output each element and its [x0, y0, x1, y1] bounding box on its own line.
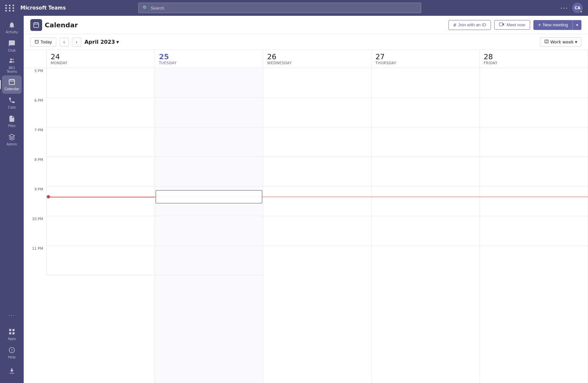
view-selector[interactable]: Work week ▾ — [540, 37, 581, 47]
admin-icon — [8, 134, 15, 142]
search-bar[interactable]: 🔍 — [138, 3, 421, 13]
view-icon — [544, 39, 549, 45]
hour-cell[interactable] — [371, 246, 479, 275]
new-meeting-button[interactable]: + New meeting — [533, 20, 573, 30]
hour-cell[interactable] — [263, 98, 371, 127]
day-label-thursday: 27 Thursday — [371, 50, 480, 68]
svg-rect-9 — [13, 332, 14, 334]
hour-cell[interactable] — [47, 98, 155, 127]
svg-rect-7 — [13, 329, 14, 331]
calendar-grid-container[interactable]: 24 Monday 25 Tuesday 26 Wednesday 27 Thu… — [24, 50, 588, 383]
new-event-box[interactable] — [156, 190, 262, 203]
hour-cell[interactable] — [371, 68, 479, 98]
hour-cell[interactable] — [480, 157, 588, 187]
sidebar-item-calls[interactable]: Calls — [2, 94, 22, 112]
calendar-grid: 24 Monday 25 Tuesday 26 Wednesday 27 Thu… — [24, 50, 588, 383]
today-button[interactable]: Today — [30, 38, 56, 47]
sidebar-item-apps[interactable]: Apps — [2, 325, 22, 344]
month-selector[interactable]: April 2023 ▾ — [85, 39, 119, 45]
sidebar-item-calendar[interactable]: Calendar — [2, 75, 22, 94]
day-label-tuesday: 25 Tuesday — [155, 50, 263, 68]
prev-button[interactable]: ‹ — [60, 38, 69, 47]
search-icon: 🔍 — [142, 5, 148, 11]
hour-cell[interactable] — [480, 98, 588, 127]
sidebar-item-files[interactable]: Files — [2, 112, 22, 131]
sidebar-item-activity[interactable]: Activity — [2, 18, 22, 37]
hour-cell[interactable] — [263, 68, 371, 98]
sidebar: Activity Chat 883 Teams — [0, 16, 24, 383]
day-column-monday[interactable] — [47, 68, 155, 383]
calendar-header-right: # Join with an ID Meet now + Ne — [448, 20, 581, 30]
layout: Activity Chat 883 Teams — [0, 0, 588, 383]
hour-cell[interactable] — [155, 216, 263, 246]
main-content: Calendar # Join with an ID Meet now — [24, 16, 588, 383]
day-column-tuesday[interactable] — [155, 68, 263, 383]
sidebar-item-teams[interactable]: 883 Teams — [2, 55, 22, 75]
hour-cell[interactable] — [371, 98, 479, 127]
avatar[interactable]: CA — [572, 3, 583, 13]
sidebar-item-admin[interactable]: Admin — [2, 131, 22, 149]
hour-cell[interactable] — [480, 216, 588, 246]
hour-cell[interactable] — [155, 157, 263, 187]
day-number: 27 — [375, 53, 479, 61]
search-input[interactable] — [151, 6, 417, 11]
next-button[interactable]: › — [72, 38, 81, 47]
hour-cell[interactable] — [371, 216, 479, 246]
join-with-id-label: Join with an ID — [458, 22, 486, 27]
hour-cell[interactable] — [480, 187, 588, 216]
hour-cell[interactable] — [371, 127, 479, 157]
hour-cell[interactable] — [155, 127, 263, 157]
hour-cell[interactable] — [263, 187, 371, 216]
month-dropdown-icon: ▾ — [116, 39, 119, 45]
hour-cell[interactable] — [155, 68, 263, 98]
day-column-wednesday[interactable] — [263, 68, 371, 383]
hour-cell[interactable] — [263, 246, 371, 275]
svg-rect-2 — [9, 80, 15, 85]
hour-cell[interactable] — [480, 127, 588, 157]
topbar: Microsoft Teams 🔍 ··· CA — [0, 0, 588, 16]
hour-cell[interactable] — [263, 127, 371, 157]
hour-cell[interactable] — [480, 246, 588, 275]
join-with-id-button[interactable]: # Join with an ID — [448, 20, 491, 30]
sidebar-item-help[interactable]: ? Help — [2, 344, 22, 362]
hour-cell[interactable] — [263, 157, 371, 187]
calendar-small-icon — [35, 39, 39, 45]
sidebar-item-more[interactable]: ··· — [2, 307, 22, 325]
hour-cell[interactable] — [47, 216, 155, 246]
hour-cell[interactable] — [371, 157, 479, 187]
avatar-initials: CA — [575, 6, 580, 10]
day-column-friday[interactable] — [480, 68, 588, 383]
hour-cell[interactable] — [47, 68, 155, 98]
new-meeting-dropdown-button[interactable]: ▾ — [573, 20, 581, 30]
calendar-title: Calendar — [45, 21, 78, 29]
time-label: 8 PM — [24, 157, 47, 187]
apps-icon — [8, 328, 15, 336]
day-number: 24 — [51, 53, 155, 61]
chevron-down-icon: ▾ — [576, 23, 578, 27]
calendar-header: Calendar # Join with an ID Meet now — [24, 16, 588, 34]
app-grid-icon[interactable] — [5, 5, 15, 12]
day-column-thursday[interactable] — [371, 68, 480, 383]
files-icon — [8, 115, 15, 123]
svg-point-1 — [12, 59, 14, 60]
day-number: 25 — [159, 53, 263, 61]
svg-rect-17 — [499, 23, 503, 26]
sidebar-item-download[interactable] — [2, 362, 22, 380]
hour-cell[interactable] — [263, 216, 371, 246]
sidebar-item-chat[interactable]: Chat — [2, 37, 22, 55]
hour-cell[interactable] — [47, 246, 155, 275]
hour-cell[interactable] — [155, 98, 263, 127]
time-label: 5 PM — [24, 68, 47, 98]
today-label: Today — [40, 39, 52, 44]
topbar-more-button[interactable]: ··· — [561, 5, 568, 12]
new-meeting-label: New meeting — [543, 22, 568, 27]
hour-cell[interactable] — [47, 127, 155, 157]
hour-cell[interactable] — [47, 157, 155, 187]
hour-cell[interactable] — [47, 187, 155, 216]
new-meeting-button-group: + New meeting ▾ — [533, 20, 581, 30]
hour-cell[interactable] — [480, 68, 588, 98]
hour-cell[interactable] — [155, 246, 263, 275]
time-label: 6 PM — [24, 98, 47, 127]
hour-cell[interactable] — [371, 187, 479, 216]
meet-now-button[interactable]: Meet now — [494, 20, 530, 30]
